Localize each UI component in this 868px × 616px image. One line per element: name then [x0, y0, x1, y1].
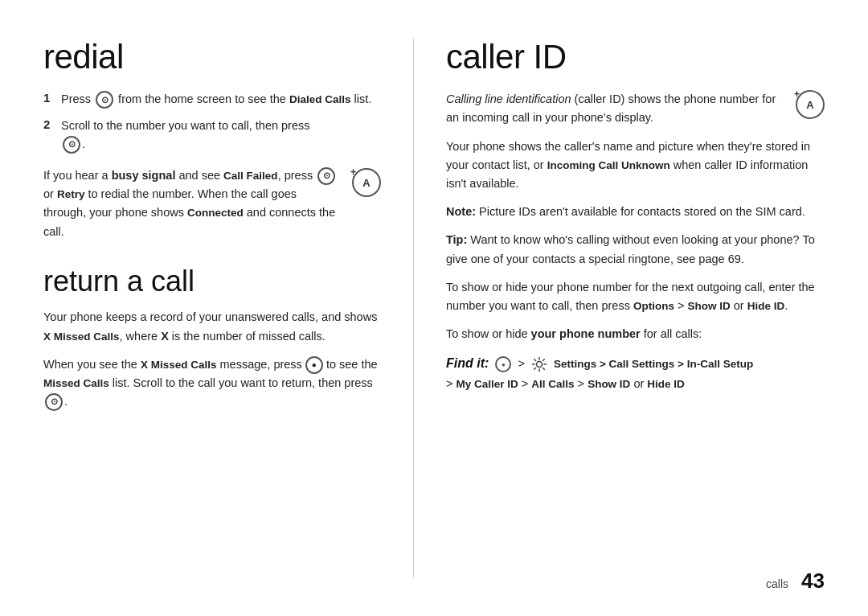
- options-code: Options: [633, 300, 674, 312]
- phone-icon-3: ⊙: [317, 167, 335, 185]
- return-para-1: Your phone keeps a record of your unansw…: [43, 308, 381, 345]
- note-label: Note:: [446, 205, 476, 218]
- note-para: Note: Picture IDs aren't available for c…: [446, 203, 825, 221]
- nav-center-icon: ●: [495, 357, 514, 370]
- add-contact-icon: + A: [352, 168, 381, 197]
- caller-id-intro: Calling line identification (caller ID) …: [446, 90, 825, 127]
- nav-dot-icon: ●: [305, 356, 323, 374]
- footer-page-number: 43: [801, 569, 825, 593]
- caller-id-icon-block: + A: [791, 90, 825, 119]
- show-hide-para: To show or hide your phone number for th…: [446, 278, 825, 315]
- calling-line-id-text: Calling line identification: [446, 92, 571, 105]
- step-2-content: Scroll to the number you want to call, t…: [61, 117, 381, 154]
- find-it-settings: Settings > Call Settings > In-Call Setup: [554, 358, 753, 370]
- busy-signal-block: If you hear a busy signal and see Call F…: [43, 166, 381, 241]
- find-it-hide-id: Hide ID: [647, 378, 685, 390]
- contact-icon-block: + A: [347, 168, 381, 197]
- missed-calls-msg: X Missed Calls: [141, 359, 217, 371]
- phone-icon-4: ⊙: [45, 393, 63, 411]
- show-id-code: Show ID: [687, 300, 730, 312]
- footer-section-label: calls: [766, 577, 788, 590]
- caller-id-para1: Calling line identification (caller ID) …: [446, 90, 783, 127]
- return-call-section: return a call Your phone keeps a record …: [43, 265, 381, 412]
- step-1: 1 Press ⊙ from the home screen to see th…: [43, 90, 381, 109]
- busy-signal-text: If you hear a busy signal and see Call F…: [43, 166, 339, 241]
- find-it-my-caller: My Caller ID: [457, 378, 518, 390]
- tip-label: Tip:: [446, 233, 467, 246]
- return-para-2: When you see the X Missed Calls message,…: [43, 355, 381, 412]
- find-it-block: Find it: ● > Settings > Call Settings > …: [446, 353, 825, 393]
- call-failed-code: Call Failed: [223, 170, 278, 182]
- missed-calls-label: X Missed Calls: [43, 331, 120, 343]
- step-2-number: 2: [43, 117, 61, 131]
- phone-icon-1: ⊙: [96, 91, 113, 109]
- return-call-title: return a call: [43, 265, 381, 298]
- incoming-call-unknown: Incoming Call Unknown: [547, 159, 670, 171]
- find-it-show-id: Show ID: [588, 378, 630, 390]
- your-phone-number-text: your phone number: [531, 327, 641, 340]
- missed-calls-list: Missed Calls: [43, 377, 109, 389]
- step-1-number: 1: [43, 91, 61, 105]
- left-column: redial 1 Press ⊙ from the home screen to…: [43, 39, 413, 577]
- retry-code: Retry: [57, 188, 85, 200]
- tip-para: Tip: Want to know who's calling without …: [446, 231, 825, 268]
- busy-signal-label: busy signal: [112, 169, 176, 182]
- hide-id-code: Hide ID: [747, 300, 785, 312]
- find-it-label: Find it:: [446, 356, 489, 370]
- phone-icon-2: ⊙: [63, 136, 80, 154]
- caller-id-title: caller ID: [446, 39, 825, 76]
- svg-point-0: [536, 362, 542, 368]
- redial-title: redial: [43, 39, 381, 76]
- settings-gear-icon: [531, 357, 551, 370]
- step-2: 2 Scroll to the number you want to call,…: [43, 117, 381, 154]
- connected-code: Connected: [187, 207, 244, 219]
- dialed-calls-label: Dialed Calls: [289, 93, 351, 105]
- caller-add-contact-icon: + A: [796, 90, 825, 119]
- caller-id-para2: Your phone shows the caller's name and p…: [446, 138, 825, 194]
- your-number-para: To show or hide your phone number for al…: [446, 325, 825, 343]
- footer: calls 43: [766, 569, 825, 593]
- step-1-content: Press ⊙ from the home screen to see the …: [61, 90, 381, 109]
- find-it-all-calls: All Calls: [531, 378, 574, 390]
- right-column: caller ID Calling line identification (c…: [414, 39, 825, 577]
